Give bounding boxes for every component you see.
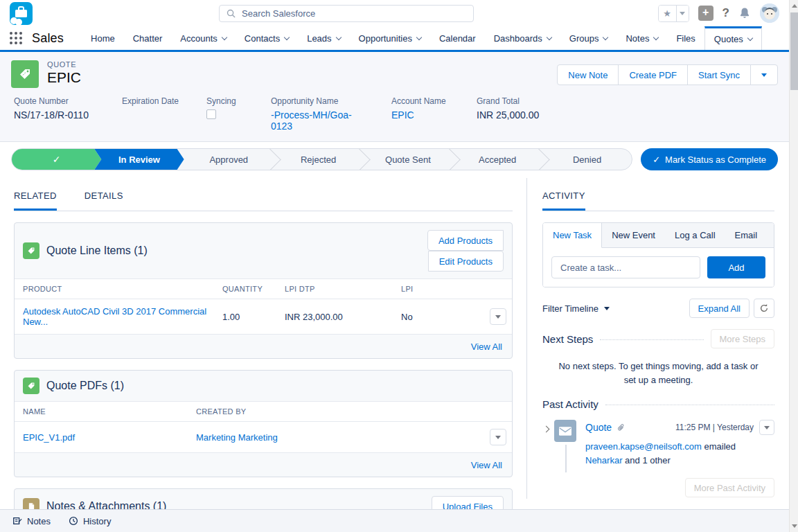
scrollbar[interactable] (789, 0, 798, 532)
view-all-link[interactable]: View All (471, 460, 502, 470)
tab-activity[interactable]: ACTIVITY (542, 190, 585, 211)
path-step-accepted[interactable]: Accepted (453, 149, 542, 170)
more-past-activity-button[interactable]: More Past Activity (685, 478, 774, 497)
nav-tab-opportunities[interactable]: Opportunities (350, 26, 430, 50)
tab-email[interactable]: Email (725, 223, 768, 248)
row-actions-dropdown-button[interactable] (490, 308, 506, 325)
expand-all-button[interactable]: Expand All (689, 299, 750, 318)
start-sync-button[interactable]: Start Sync (687, 64, 751, 85)
user-avatar[interactable] (760, 3, 779, 23)
tab-new-event[interactable]: New Event (602, 223, 665, 248)
target-person-link[interactable]: Neharkar (585, 455, 622, 466)
nav-tab-leads[interactable]: Leads (298, 26, 349, 50)
nav-tab-home[interactable]: Home (82, 26, 124, 50)
column-header: CREATED BY (188, 402, 481, 422)
scroll-down-arrow[interactable] (792, 524, 797, 528)
timeline-item-email: Quote 11:25 PM | Yesterday praveen.kapse… (542, 420, 774, 467)
record-header: QUOTE EPIC New Note Create PDF Start Syn… (0, 52, 789, 142)
timeline-connector (565, 445, 567, 472)
dock-notes-button[interactable]: Notes (12, 516, 51, 526)
history-clock-icon (69, 516, 78, 526)
nav-tab-notes[interactable]: Notes (617, 26, 667, 50)
filter-timeline-dropdown[interactable]: Filter Timeline (542, 303, 610, 314)
column-header: LPI DTP (276, 279, 393, 299)
nav-tab-accounts[interactable]: Accounts (171, 26, 235, 50)
page-title: EPIC (47, 69, 81, 86)
nav-tab-groups[interactable]: Groups (560, 26, 617, 50)
utility-dock: Notes History (0, 509, 789, 532)
add-products-button[interactable]: Add Products (427, 230, 504, 251)
card-title[interactable]: Quote Line Items (1) (46, 245, 148, 257)
salesforce-logo-icon[interactable] (10, 2, 33, 25)
refresh-icon (759, 303, 769, 313)
scrollbar-thumb[interactable] (790, 12, 798, 90)
tab-log-a-call[interactable]: Log a Call (665, 223, 725, 248)
mark-status-complete-button[interactable]: ✓ Mark Status as Complete (641, 148, 778, 170)
new-note-button[interactable]: New Note (557, 64, 619, 85)
chevron-down-icon (222, 34, 227, 39)
timeline-controls: Filter Timeline Expand All (542, 299, 774, 318)
table-row: EPIC_V1.pdf Marketing Marketing (15, 422, 512, 453)
tab-new-task[interactable]: New Task (543, 223, 602, 248)
nav-bar: Sales Home Chatter Accounts Contacts Lea… (0, 26, 789, 52)
scroll-up-arrow[interactable] (792, 4, 797, 8)
nav-tab-chatter[interactable]: Chatter (124, 26, 172, 50)
view-all-link[interactable]: View All (471, 342, 502, 352)
timeline-item-dropdown-button[interactable] (759, 420, 774, 435)
created-by-link[interactable]: Marketing Marketing (196, 432, 278, 443)
star-icon[interactable]: ★ (659, 6, 676, 21)
path-step-in-review[interactable]: In Review (94, 149, 184, 170)
field-account-name: Account Name EPIC (391, 96, 457, 132)
add-task-button[interactable]: Add (707, 256, 765, 278)
quote-line-items-card: Quote Line Items (1) Add Products Edit P… (14, 222, 513, 359)
nav-tab-dashboards[interactable]: Dashboards (485, 26, 560, 50)
path-step-quote-sent[interactable]: Quote Sent (363, 149, 452, 170)
syncing-checkbox[interactable] (206, 109, 216, 119)
actor-email-link[interactable]: praveen.kapse@neilsoft.com (585, 441, 702, 452)
composer-tabs: New Task New Event Log a Call Email (543, 223, 774, 248)
activity-panel: ACTIVITY New Task New Event Log a Call E… (526, 178, 789, 499)
row-actions-dropdown-button[interactable] (490, 429, 506, 445)
path-step-denied[interactable]: Denied (542, 149, 632, 170)
field-expiration-date: Expiration Date (122, 96, 187, 132)
notifications-bell-icon[interactable] (738, 7, 751, 19)
refresh-button[interactable] (754, 299, 774, 318)
nav-tab-contacts[interactable]: Contacts (236, 26, 298, 50)
nav-tab-quotes[interactable]: Quotes (704, 26, 762, 50)
nav-tab-calendar[interactable]: Calendar (430, 26, 485, 50)
table-row: Autodesk AutoCAD Civil 3D 2017 Commercia… (15, 299, 512, 335)
path-step-rejected[interactable]: Rejected (274, 149, 363, 170)
path-step-approved[interactable]: Approved (184, 149, 274, 170)
global-search[interactable] (219, 5, 474, 22)
expand-chevron-icon[interactable] (543, 426, 550, 433)
product-link[interactable]: Autodesk AutoCAD Civil 3D 2017 Commercia… (23, 306, 206, 327)
account-link[interactable]: EPIC (391, 109, 457, 121)
tab-related[interactable]: RELATED (14, 190, 57, 211)
timeline-description: praveen.kapse@neilsoft.com emailed Nehar… (585, 440, 774, 467)
opportunity-link[interactable]: -Process-MH/Goa-0123 (271, 109, 372, 132)
app-launcher-waffle-icon[interactable] (10, 32, 22, 44)
field-opportunity-name: Opportunity Name -Process-MH/Goa-0123 (271, 96, 372, 132)
line-items-table: PRODUCT QUANTITY LPI DTP LPI Autodesk Au… (15, 278, 512, 335)
more-actions-dropdown-button[interactable] (750, 64, 778, 85)
more-steps-button[interactable]: More Steps (711, 329, 774, 348)
email-subject-link[interactable]: Quote (585, 422, 612, 433)
edit-products-button[interactable]: Edit Products (428, 251, 504, 272)
create-task-input[interactable] (551, 256, 700, 278)
nav-tab-files[interactable]: Files (667, 26, 704, 50)
tab-details[interactable]: DETAILS (85, 190, 123, 211)
favorites-button[interactable]: ★ (658, 5, 689, 22)
pdf-link[interactable]: EPIC_V1.pdf (23, 432, 75, 443)
card-title[interactable]: Quote PDFs (1) (46, 380, 124, 392)
search-input[interactable] (242, 8, 466, 19)
timeline-timestamp: 11:25 PM | Yesterday (675, 423, 754, 432)
help-icon[interactable]: ? (722, 6, 729, 20)
field-syncing: Syncing (206, 96, 251, 132)
app-name: Sales (32, 31, 64, 46)
global-actions-button[interactable]: + (698, 6, 713, 21)
notes-icon (12, 516, 22, 526)
dock-history-button[interactable]: History (69, 516, 111, 526)
path-step-complete[interactable]: ✓ (12, 149, 101, 170)
create-pdf-button[interactable]: Create PDF (618, 64, 688, 85)
favorites-dropdown[interactable] (676, 6, 689, 21)
